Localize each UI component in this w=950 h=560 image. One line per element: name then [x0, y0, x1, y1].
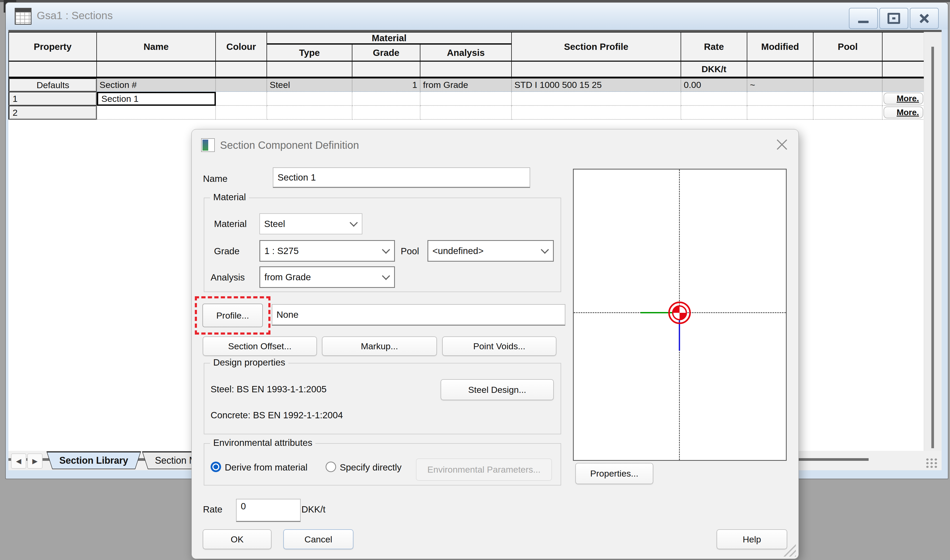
chevron-down-icon — [382, 272, 390, 280]
tab-scroll-left-button[interactable]: ◀ — [11, 454, 26, 469]
close-icon — [918, 12, 930, 25]
derive-from-material-radio[interactable] — [211, 462, 221, 472]
table-cell[interactable] — [512, 106, 681, 120]
window-titlebar[interactable]: Gsa1 : Sections — [6, 3, 948, 29]
column-header-rate: Rate — [681, 32, 747, 62]
name-field[interactable]: Section 1 — [273, 168, 530, 188]
defaults-modified-cell[interactable]: ~ — [747, 78, 813, 92]
name-label: Name — [203, 174, 227, 184]
close-button[interactable] — [910, 8, 939, 29]
defaults-pool-cell[interactable] — [813, 78, 882, 92]
table-cell[interactable] — [216, 92, 267, 106]
steel-code-text: Steel: BS EN 1993-1-1:2005 — [211, 384, 327, 394]
column-header-property: Property — [9, 32, 97, 62]
table-cell[interactable] — [97, 106, 216, 120]
column-header-material: Material — [267, 32, 512, 45]
row-header-defaults[interactable]: Defaults — [9, 78, 97, 92]
column-header-extra — [882, 32, 924, 62]
grade-value: 1 : S275 — [264, 246, 299, 256]
tab-scroll-right-button[interactable]: ▶ — [27, 454, 43, 469]
tab-section-library[interactable]: Section Library — [46, 451, 141, 469]
profile-button[interactable]: Profile... — [202, 304, 263, 327]
help-button[interactable]: Help — [717, 529, 787, 549]
column-header-section-profile: Section Profile — [512, 32, 681, 62]
grade-dropdown[interactable]: 1 : S275 — [259, 240, 395, 262]
units-cell — [216, 62, 267, 77]
units-cell-rate: DKK/t — [681, 62, 747, 77]
vertical-scrollbar[interactable] — [924, 32, 942, 451]
environmental-parameters-button[interactable]: Environmental Parameters... — [416, 458, 552, 481]
table-cell[interactable] — [813, 106, 882, 120]
vertical-scrollbar-thumb[interactable] — [931, 47, 934, 448]
minimize-button[interactable] — [849, 8, 878, 29]
units-cell — [9, 62, 97, 77]
background-window-edge — [0, 0, 950, 2]
defaults-profile-cell[interactable]: STD I 1000 500 15 25 — [512, 78, 681, 92]
restore-button[interactable] — [879, 8, 908, 29]
table-cell[interactable] — [747, 92, 813, 106]
design-properties-group: Design properties Steel: BS EN 1993-1-1:… — [204, 363, 561, 434]
units-cell — [882, 62, 924, 77]
table-cell[interactable] — [681, 92, 747, 106]
table-cell[interactable] — [420, 92, 512, 106]
ok-button[interactable]: OK — [203, 529, 271, 549]
titlebar-separator — [8, 30, 942, 32]
column-header-colour: Colour — [216, 32, 267, 62]
cancel-button[interactable]: Cancel — [283, 529, 353, 549]
selected-name-cell[interactable]: Section 1 — [97, 92, 216, 106]
defaults-type-cell[interactable]: Steel — [267, 78, 352, 92]
column-header-modified: Modified — [747, 32, 813, 62]
table-cell[interactable] — [420, 106, 512, 120]
steel-design-button[interactable]: Steel Design... — [441, 379, 554, 400]
row-header-1[interactable]: 1 — [9, 92, 97, 106]
chevron-down-icon — [541, 246, 549, 254]
properties-button[interactable]: Properties... — [575, 463, 653, 484]
table-cell[interactable] — [352, 92, 420, 106]
material-dropdown[interactable]: Steel — [259, 213, 362, 234]
pool-dropdown[interactable]: <undefined> — [427, 240, 554, 262]
column-header-analysis: Analysis — [420, 45, 512, 62]
defaults-grade-cell[interactable]: 1 — [352, 78, 420, 92]
table-cell[interactable] — [681, 106, 747, 120]
profile-field[interactable]: None — [272, 304, 565, 326]
defaults-name-cell[interactable]: Section # — [97, 78, 216, 92]
restore-icon — [887, 13, 900, 24]
dialog-close-button[interactable] — [774, 136, 790, 153]
more-button-row-2[interactable]: More. — [884, 106, 923, 118]
point-voids-button[interactable]: Point Voids... — [442, 337, 557, 356]
rate-unit-label: DKK/t — [301, 504, 325, 515]
more-button-row-1[interactable]: More. — [884, 92, 923, 105]
table-cell[interactable] — [512, 92, 681, 106]
table-cell[interactable] — [267, 106, 352, 120]
table-cell[interactable] — [747, 106, 813, 120]
section-component-definition-dialog: Section Component Definition Name Sectio… — [191, 129, 799, 559]
table-cell[interactable] — [352, 106, 420, 120]
row-header-2[interactable]: 2 — [9, 106, 97, 120]
units-cell — [813, 62, 882, 77]
material-value: Steel — [264, 218, 285, 229]
tab-label: Section M — [155, 455, 197, 466]
analysis-value: from Grade — [264, 272, 311, 282]
analysis-dropdown[interactable]: from Grade — [259, 266, 395, 288]
column-header-type: Type — [267, 45, 352, 62]
table-cell[interactable] — [813, 92, 882, 106]
defaults-rate-cell[interactable]: 0.00 — [681, 78, 747, 92]
column-header-name: Name — [97, 32, 216, 62]
derive-from-material-label[interactable]: Derive from material — [225, 462, 307, 472]
rate-field[interactable]: 0 — [236, 499, 301, 522]
units-cell — [97, 62, 216, 77]
table-cell[interactable] — [267, 92, 352, 106]
table-cell[interactable] — [216, 106, 267, 120]
defaults-analysis-cell[interactable]: from Grade — [420, 78, 512, 92]
units-cell — [352, 62, 420, 77]
profile-highlight-box: Profile... — [195, 296, 270, 335]
chevron-down-icon — [350, 218, 358, 227]
section-offset-button[interactable]: Section Offset... — [203, 337, 317, 356]
specify-directly-radio[interactable] — [325, 462, 336, 472]
column-header-grade: Grade — [352, 45, 420, 62]
markup-button[interactable]: Markup... — [322, 337, 437, 356]
specify-directly-label[interactable]: Specify directly — [340, 462, 401, 472]
defaults-colour-cell[interactable] — [216, 78, 267, 92]
material-group-label: Material — [210, 192, 249, 202]
window-resize-grip[interactable] — [925, 458, 938, 469]
